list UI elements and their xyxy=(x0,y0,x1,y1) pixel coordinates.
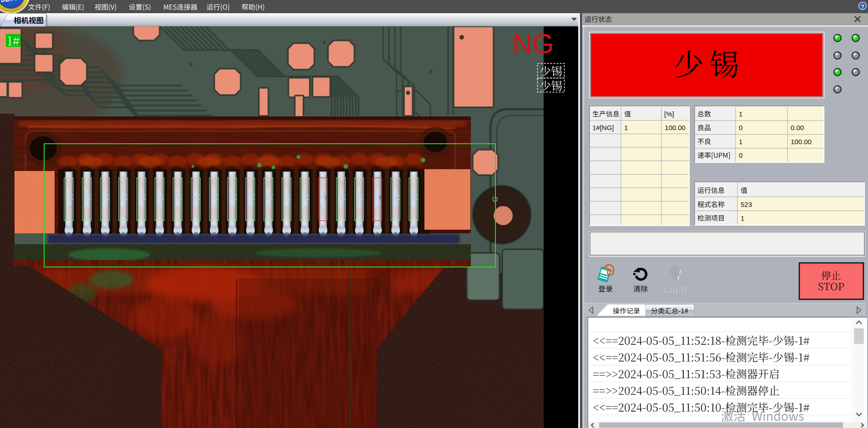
svg-text:0: 0 xyxy=(739,151,742,159)
svg-text:523: 523 xyxy=(741,201,752,208)
svg-text:0.00: 0.00 xyxy=(791,124,804,131)
svg-text:1: 1 xyxy=(741,214,744,222)
svg-text:100.00: 100.00 xyxy=(665,124,686,131)
svg-text:1#[NG]: 1#[NG] xyxy=(592,124,614,131)
svg-text:1: 1 xyxy=(739,110,742,118)
svg-text:100.00: 100.00 xyxy=(791,138,812,146)
svg-text:NG: NG xyxy=(512,28,554,59)
svg-text:1: 1 xyxy=(739,138,742,146)
svg-text:1: 1 xyxy=(624,124,628,131)
svg-text:[%]: [%] xyxy=(664,110,674,118)
svg-text:?: ? xyxy=(861,3,864,10)
svg-text:0: 0 xyxy=(739,124,742,131)
